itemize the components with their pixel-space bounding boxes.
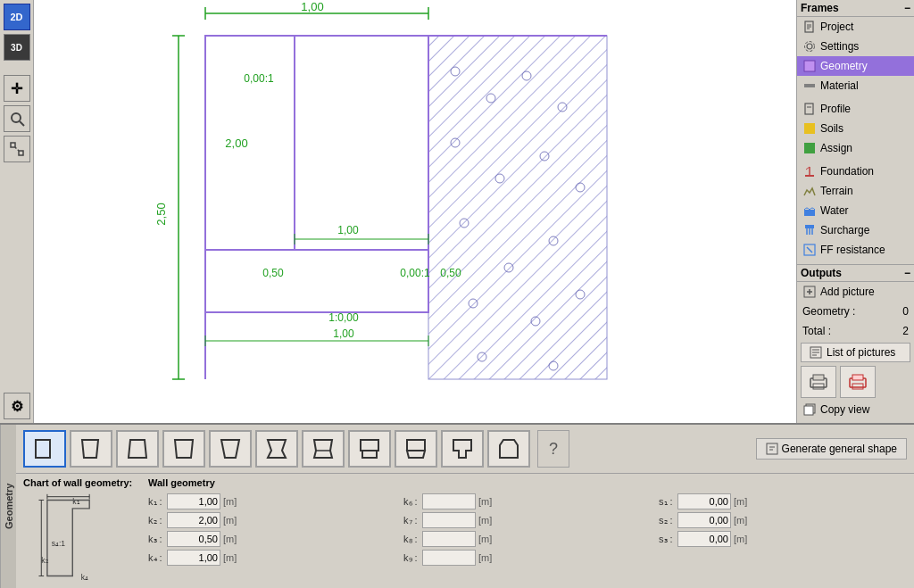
- shape-btn-7[interactable]: [348, 430, 391, 468]
- frames-menu: Project Settings Geometry: [797, 17, 914, 264]
- svg-marker-100: [36, 440, 50, 458]
- shape-btn-1[interactable]: [70, 430, 112, 468]
- frames-minimize[interactable]: −: [904, 2, 910, 14]
- svg-text:0,00:1: 0,00:1: [244, 72, 274, 85]
- menu-item-project[interactable]: Project: [797, 17, 914, 37]
- menu-item-soils[interactable]: Soils: [797, 119, 914, 138]
- total-count: Total : 2: [797, 321, 914, 341]
- geo-input-k4[interactable]: [167, 550, 220, 566]
- soils-icon: [802, 121, 817, 136]
- printer-icon: [808, 371, 829, 393]
- search-icon: [9, 111, 25, 127]
- menu-item-material[interactable]: Material: [797, 76, 914, 95]
- geo-row-k3: k₃ : [m]: [148, 531, 396, 547]
- chart-svg: k₂ s₄:1 k₄ k₁: [23, 492, 130, 584]
- menu-item-water[interactable]: Water: [797, 201, 914, 220]
- shape-btn-4[interactable]: [209, 430, 252, 468]
- svg-rect-66: [804, 210, 815, 216]
- svg-rect-110: [407, 440, 425, 451]
- shape-btn-3[interactable]: [162, 430, 205, 468]
- left-toolbar: 2D 3D ✛ ⚙: [0, 0, 34, 423]
- print-button[interactable]: [801, 366, 836, 398]
- list-pictures-button[interactable]: List of pictures: [801, 343, 910, 362]
- shape-btn-10[interactable]: [487, 430, 530, 468]
- geo-row-k8: k₈ : [m]: [403, 531, 652, 547]
- menu-item-profile[interactable]: Profile: [797, 99, 914, 119]
- terrain-icon: [802, 184, 817, 198]
- svg-point-56: [805, 42, 815, 52]
- menu-item-assign[interactable]: Assign: [797, 138, 914, 158]
- geo-input-k8[interactable]: [422, 531, 476, 547]
- svg-text:0,50: 0,50: [262, 267, 284, 279]
- svg-rect-94: [813, 384, 824, 389]
- canvas-svg: 1,00 2,50 2,00 0,00:1 0,50 1,00 0,00:1 0…: [34, 0, 796, 423]
- svg-rect-93: [813, 375, 824, 380]
- right-panel: Frames − Project Settings: [796, 0, 914, 423]
- geo-row-k2: k₂ : [m]: [148, 512, 396, 528]
- outputs-section: Outputs − Add picture Geometry : 0 Total…: [797, 264, 914, 423]
- menu-item-settings[interactable]: Settings: [797, 37, 914, 56]
- svg-line-72: [807, 247, 812, 253]
- geo-input-s2[interactable]: [677, 512, 731, 528]
- bottom-panel: Geometry: [0, 423, 914, 588]
- svg-rect-3: [19, 151, 23, 155]
- geo-input-k3[interactable]: [167, 531, 220, 547]
- copy-view-button[interactable]: Copy view: [797, 400, 914, 419]
- bottom-label: Geometry: [0, 425, 16, 588]
- shape-btn-8[interactable]: [395, 430, 437, 468]
- geo-input-k7[interactable]: [422, 512, 476, 528]
- bottom-data-area: Chart of wall geometry: k₂ s₄:1 k₄ k₁: [16, 474, 914, 588]
- add-picture-button[interactable]: Add picture: [797, 282, 914, 302]
- svg-rect-108: [361, 440, 378, 451]
- generate-shape-button[interactable]: Generate general shape: [756, 438, 907, 460]
- svg-rect-59: [805, 104, 813, 114]
- print-buttons: [797, 364, 914, 400]
- wall-geometry-area: Wall geometry k₁ : [m] k₂ : [m]: [141, 474, 914, 588]
- geo-input-s3[interactable]: [677, 531, 731, 547]
- geo-col-2: k₆ : [m] k₇ : [m] k₈ : [m]: [403, 493, 652, 568]
- btn-settings[interactable]: ⚙: [4, 393, 30, 419]
- bottom-content: ? Generate general shape Chart of wall g…: [16, 425, 914, 588]
- help-button[interactable]: ?: [537, 430, 569, 468]
- canvas-area: 1,00 2,50 2,00 0,00:1 0,50 1,00 0,00:1 0…: [34, 0, 796, 423]
- geo-row-s1: s₁ : [m]: [659, 493, 907, 509]
- menu-item-geometry[interactable]: Geometry: [797, 56, 914, 76]
- shape-btn-5[interactable]: [255, 430, 298, 468]
- print-red-button[interactable]: [840, 366, 876, 398]
- menu-item-ff-resistance[interactable]: FF resistance: [797, 240, 914, 260]
- btn-move[interactable]: ✛: [4, 75, 30, 102]
- shape-btn-0[interactable]: [23, 430, 66, 468]
- geo-input-k2[interactable]: [167, 512, 220, 528]
- menu-item-surcharge[interactable]: Surcharge: [797, 220, 914, 240]
- outputs-minimize[interactable]: −: [904, 267, 910, 279]
- svg-rect-62: [804, 143, 815, 153]
- svg-marker-121: [47, 500, 89, 576]
- menu-item-foundation[interactable]: Foundation: [797, 161, 914, 181]
- svg-text:2,50: 2,50: [154, 203, 168, 225]
- shape-btn-6[interactable]: [302, 430, 345, 468]
- menu-item-terrain[interactable]: Terrain: [797, 181, 914, 201]
- geo-input-s1[interactable]: [677, 493, 731, 509]
- btn-3d[interactable]: 3D: [4, 34, 30, 61]
- btn-2d[interactable]: 2D: [4, 4, 30, 30]
- geo-row-k1: k₁ : [m]: [148, 493, 396, 509]
- geo-col-1: k₁ : [m] k₂ : [m] k₃ : [m]: [148, 493, 396, 568]
- wall-geo-title: Wall geometry: [148, 477, 907, 488]
- svg-marker-106: [314, 440, 332, 458]
- svg-rect-25: [205, 36, 295, 250]
- geo-input-k9[interactable]: [422, 550, 476, 566]
- svg-marker-105: [268, 440, 286, 458]
- btn-zoom[interactable]: [4, 105, 30, 132]
- geo-input-k1[interactable]: [167, 493, 220, 509]
- shape-btn-2[interactable]: [116, 430, 159, 468]
- outputs-header: Outputs −: [797, 265, 914, 282]
- svg-rect-96: [852, 375, 863, 380]
- svg-text:1,00: 1,00: [337, 224, 359, 236]
- settings-gear-icon: [802, 39, 817, 54]
- geo-fields: k₁ : [m] k₂ : [m] k₃ : [m]: [148, 493, 907, 568]
- svg-text:1,00: 1,00: [333, 327, 354, 340]
- shape-btn-9[interactable]: [441, 430, 484, 468]
- geo-input-k6[interactable]: [422, 493, 476, 509]
- svg-text:0,00:1: 0,00:1: [400, 267, 430, 279]
- btn-fitview[interactable]: [4, 136, 30, 162]
